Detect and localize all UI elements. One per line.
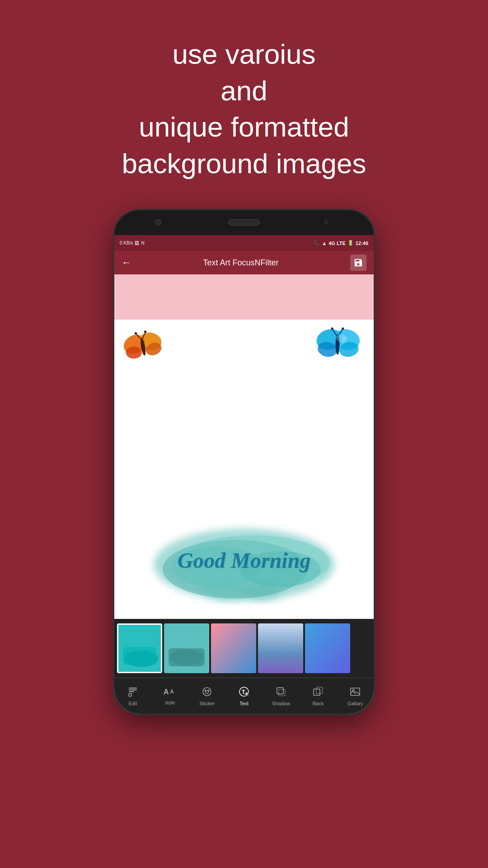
svg-point-40: [205, 690, 206, 691]
back-button[interactable]: ←: [122, 257, 131, 269]
watercolor-blob-container: Good Morning: [145, 510, 343, 610]
phone-mockup: 0 KB/s 🖼 N 📞 ▲ 4G LTE 🔋 12:46 ← Text Art…: [113, 209, 375, 715]
promo-line1: use varoius: [172, 38, 315, 70]
svg-rect-33: [129, 688, 137, 689]
svg-rect-50: [316, 687, 323, 693]
save-icon: [353, 258, 363, 268]
call-icon: 📞: [314, 240, 320, 246]
svg-point-24: [203, 578, 249, 601]
promo-line4: background images: [122, 148, 366, 179]
pink-background-strip: [114, 274, 374, 320]
nav-edit[interactable]: Edit: [114, 686, 151, 706]
svg-point-27: [124, 651, 158, 667]
power-button: [374, 301, 375, 332]
nav-sticker[interactable]: Sticker: [188, 686, 225, 706]
svg-point-17: [342, 328, 344, 330]
svg-rect-34: [129, 689, 137, 690]
gallery-icon: [350, 686, 361, 699]
svg-text:A: A: [164, 688, 169, 696]
svg-rect-49: [314, 689, 320, 695]
butterfly-orange: [120, 326, 167, 375]
svg-rect-47: [277, 688, 283, 694]
status-bar: 0 KB/s 🖼 N 📞 ▲ 4G LTE 🔋 12:46: [114, 235, 374, 251]
shadow-icon: [276, 686, 286, 699]
nav-style-label: style: [165, 700, 175, 705]
svg-point-25: [244, 583, 280, 601]
phone-sensor: [324, 220, 328, 225]
style-icon: A A: [164, 687, 176, 698]
svg-point-29: [169, 649, 204, 665]
canvas-area[interactable]: Good Morning: [114, 274, 374, 678]
svg-rect-28: [164, 623, 209, 673]
app-toolbar: ← Text Art FocusNFilter: [114, 251, 374, 274]
nav-gallery[interactable]: Gallary: [337, 686, 374, 706]
nav-sticker-label: Sticker: [199, 701, 215, 706]
svg-rect-31: [258, 623, 303, 673]
thumb-teal2[interactable]: [164, 623, 209, 673]
nav-gallery-label: Gallary: [347, 701, 363, 706]
sticker-icon: [202, 686, 212, 699]
nav-back[interactable]: Back: [300, 686, 337, 706]
nav-back-label: Back: [313, 701, 324, 706]
good-morning-text: Good Morning: [178, 548, 311, 573]
toolbar-title: Text Art FocusNFilter: [203, 258, 278, 268]
nav-shadow[interactable]: Shadow: [263, 686, 300, 706]
status-left: 0 KB/s 🖼 N: [120, 241, 145, 245]
front-camera: [155, 219, 161, 226]
nav-text-label: Text: [239, 701, 249, 706]
thumb-gradient-blue1[interactable]: [258, 623, 303, 673]
wifi-icon: ▲: [322, 241, 327, 246]
thumbnail-strip[interactable]: [114, 619, 374, 678]
phone-top-hardware: [114, 210, 374, 235]
save-button[interactable]: [350, 255, 366, 271]
network-text: 4G LTE: [328, 241, 346, 246]
nav-style[interactable]: A A style: [151, 687, 188, 705]
svg-point-8: [144, 330, 146, 333]
nav-edit-label: Edit: [129, 701, 137, 706]
notification-icon: N: [141, 241, 144, 245]
thumb-teal1[interactable]: [117, 623, 162, 673]
promo-line2: and: [221, 75, 267, 106]
bottom-navigation: Edit A A style: [114, 678, 374, 714]
nav-shadow-label: Shadow: [272, 701, 290, 706]
promo-text: use varoius and unique formatted backgro…: [94, 36, 393, 182]
svg-rect-48: [279, 689, 285, 696]
svg-point-39: [203, 688, 211, 696]
phone-screen: 0 KB/s 🖼 N 📞 ▲ 4G LTE 🔋 12:46 ← Text Art…: [114, 235, 374, 714]
svg-rect-32: [305, 623, 350, 673]
svg-rect-30: [211, 623, 256, 673]
thumb-gradient-pink[interactable]: [211, 623, 256, 673]
data-speed: 0 KB/s: [120, 241, 133, 245]
svg-point-16: [331, 328, 333, 330]
svg-point-1: [126, 347, 142, 359]
promo-line3: unique formatted: [139, 111, 349, 142]
phone-speaker: [228, 219, 260, 226]
status-right: 📞 ▲ 4G LTE 🔋 12:46: [314, 240, 368, 246]
svg-rect-35: [129, 691, 134, 692]
battery-icon: 🔋: [347, 240, 354, 246]
clock: 12:46: [356, 241, 368, 246]
svg-point-41: [208, 690, 209, 691]
drawing-canvas[interactable]: Good Morning: [114, 320, 374, 619]
svg-rect-36: [129, 693, 131, 696]
svg-text:A: A: [170, 689, 174, 695]
nav-text[interactable]: T Text: [225, 686, 263, 706]
butterfly-blue: [315, 324, 360, 373]
thumb-gradient-blue2[interactable]: [305, 623, 350, 673]
back-layers-icon: [313, 686, 324, 699]
edit-icon: [127, 686, 138, 699]
photo-icon: 🖼: [135, 241, 139, 245]
text-icon: T: [238, 686, 250, 699]
